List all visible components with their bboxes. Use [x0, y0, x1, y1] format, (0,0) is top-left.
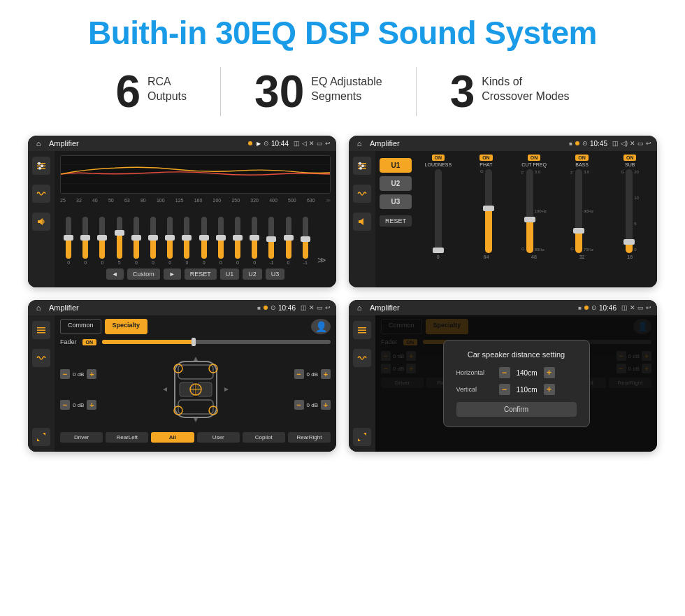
loudness-slider[interactable] [435, 169, 442, 253]
all-btn[interactable]: All [151, 432, 194, 443]
rear-left-val: 0 dB [73, 402, 84, 408]
crossover-wave-btn[interactable] [353, 185, 371, 203]
svg-point-17 [359, 167, 362, 170]
play-indicator: ▶ [257, 141, 261, 147]
preset-u2-btn[interactable]: U2 [380, 176, 412, 191]
front-right-plus[interactable]: + [321, 369, 331, 379]
preset-u1-btn[interactable]: U1 [380, 158, 412, 173]
front-left-minus[interactable]: − [60, 369, 70, 379]
eq-u2-btn[interactable]: U2 [243, 268, 262, 280]
vertical-row: Vertical − 110cm + [456, 384, 577, 395]
vertical-minus[interactable]: − [499, 384, 510, 395]
crossover-reset-btn[interactable]: RESET [380, 215, 412, 227]
eq-slider-3[interactable]: 5 [111, 217, 128, 265]
cutfreq-on[interactable]: ON [528, 155, 541, 161]
distance-home-icon[interactable]: ⌂ [354, 303, 364, 313]
driver-btn[interactable]: Driver [60, 432, 103, 443]
eq-u3-btn[interactable]: U3 [266, 268, 285, 280]
bass-slider[interactable] [575, 169, 582, 253]
rear-left-btn[interactable]: RearLeft [106, 432, 148, 443]
tab-specialty[interactable]: Specialty [105, 319, 148, 334]
channel-loudness: ON LOUDNESS 0 [415, 155, 461, 284]
horizontal-plus[interactable]: + [544, 367, 555, 378]
eq-slider-9[interactable]: 0 [212, 217, 229, 265]
eq-wave-btn[interactable] [32, 185, 50, 203]
speaker-home-icon[interactable]: ⌂ [34, 303, 43, 313]
eq-slider-2[interactable]: 0 [94, 217, 110, 265]
eq-slider-6[interactable]: 0 [161, 217, 178, 265]
vertical-plus[interactable]: + [544, 384, 555, 395]
distance-wave-btn[interactable] [353, 349, 371, 367]
distance-time: 10:46 [599, 304, 616, 312]
eq-prev-btn[interactable]: ◄ [106, 268, 124, 280]
speaker-profile-icon[interactable]: 👤 [311, 319, 331, 334]
eq-slider-1[interactable]: 0 [77, 217, 94, 265]
eq-reset-btn[interactable]: RESET [185, 268, 217, 280]
eq-speaker-btn[interactable] [32, 213, 50, 231]
tab-common[interactable]: Common [60, 319, 101, 334]
eq-slider-7[interactable]: 0 [178, 217, 195, 265]
eq-slider-4[interactable]: 0 [128, 217, 145, 265]
speaker-time: 10:46 [278, 304, 296, 312]
rear-right-btn[interactable]: RearRight [288, 432, 331, 443]
camera-icon-3: ◫ [301, 304, 307, 311]
screens-grid: ⌂ Amplifier ▶ ⊙ 10:44 ◫ ◁ ✕ ▭ ↩ [28, 136, 657, 452]
speaker-wave-btn[interactable] [32, 349, 50, 367]
fader-slider[interactable] [102, 340, 331, 344]
rear-left-minus[interactable]: − [60, 400, 70, 410]
copilot-btn[interactable]: Copilot [243, 432, 285, 443]
distance-tune-btn[interactable] [353, 321, 371, 339]
horizontal-minus[interactable]: − [499, 367, 510, 378]
phat-slider[interactable] [485, 169, 492, 253]
svg-point-16 [361, 164, 364, 167]
eq-slider-13[interactable]: 0 [280, 217, 296, 265]
crossover-speaker-btn[interactable] [353, 213, 371, 231]
eq-slider-5[interactable]: 0 [145, 217, 161, 265]
speaker-tune-btn[interactable] [32, 321, 50, 339]
eq-tune-btn[interactable] [32, 157, 50, 175]
svg-rect-22 [37, 332, 45, 334]
phat-label: PHAT [480, 162, 492, 167]
preset-u3-btn[interactable]: U3 [380, 194, 412, 209]
rear-left-plus[interactable]: + [87, 400, 96, 410]
eq-custom-btn[interactable]: Custom [127, 268, 160, 280]
crossover-tune-btn[interactable] [353, 157, 371, 175]
eq-next-btn[interactable]: ► [164, 268, 181, 280]
eq-slider-8[interactable]: 0 [196, 217, 212, 265]
user-btn[interactable]: User [197, 432, 240, 443]
eq-arrow-more[interactable]: ≫ [314, 255, 331, 265]
eq-slider-0[interactable]: 0 [60, 217, 77, 265]
cutfreq-slider[interactable] [526, 169, 533, 253]
sub-slider[interactable] [626, 169, 633, 253]
eq-slider-11[interactable]: 0 [246, 217, 263, 265]
eq-slider-12[interactable]: -1 [263, 217, 280, 265]
svg-marker-23 [37, 438, 40, 441]
eq-slider-14[interactable]: -1 [297, 217, 314, 265]
distance-screen-title: Amplifier [370, 303, 574, 312]
front-right-vol: − 0 dB + [294, 369, 331, 379]
phat-on[interactable]: ON [480, 155, 493, 161]
eq-slider-10[interactable]: 0 [229, 217, 246, 265]
front-right-minus[interactable]: − [294, 369, 304, 379]
confirm-button[interactable]: Confirm [456, 402, 577, 417]
svg-rect-6 [38, 220, 40, 223]
home-icon[interactable]: ⌂ [34, 138, 43, 148]
channel-bass: ON BASS FG 3 [559, 155, 605, 284]
horizontal-label: Horizontal [456, 369, 495, 376]
fader-on-badge[interactable]: ON [82, 339, 97, 345]
rear-right-vol: − 0 dB + [294, 400, 331, 410]
rear-right-minus[interactable]: − [294, 400, 304, 410]
sub-on[interactable]: ON [623, 155, 637, 161]
crossover-home-icon[interactable]: ⌂ [354, 138, 364, 148]
eq-status-icons: ⊙ 10:44 ◫ ◁ ✕ ▭ ↩ [264, 140, 331, 148]
front-left-plus[interactable]: + [87, 369, 96, 379]
rear-right-plus[interactable]: + [321, 400, 331, 410]
eq-u1-btn[interactable]: U1 [220, 268, 240, 280]
distance-expand-btn[interactable] [353, 428, 371, 446]
speaker-expand-btn[interactable] [32, 428, 50, 446]
window-icon-3: ▭ [317, 304, 323, 311]
rear-left-vol: − 0 dB + [60, 400, 96, 410]
loudness-on[interactable]: ON [432, 155, 445, 161]
bass-on[interactable]: ON [575, 155, 589, 161]
svg-rect-8 [61, 156, 330, 193]
